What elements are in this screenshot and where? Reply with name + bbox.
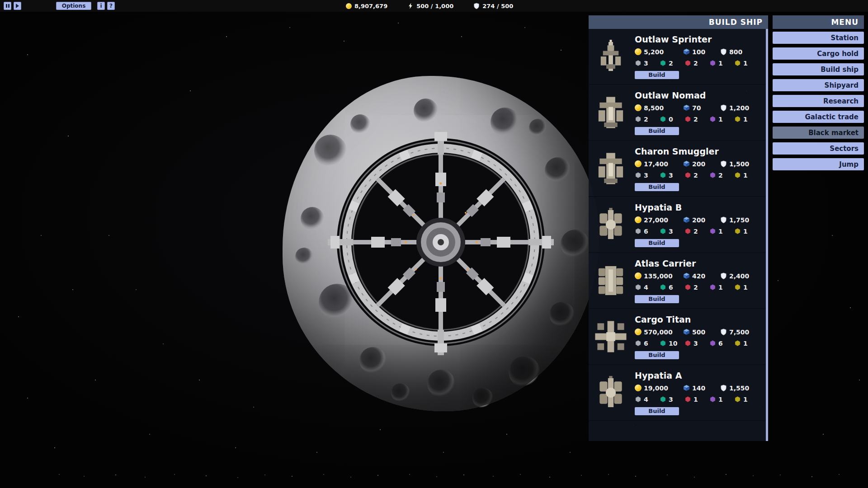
resource-yellow-value: 1 (743, 172, 748, 179)
resource-teal-icon (660, 340, 666, 347)
resource-gray: 2 (635, 116, 660, 123)
ship-info: Outlaw Sprinter 5,200 100 800 3 2 2 1 1 … (635, 34, 761, 79)
credits-display: 8,907,679 (346, 3, 387, 9)
goods-cost-value: 420 (692, 272, 705, 280)
menu-item-sectors[interactable]: Sectors (773, 142, 864, 155)
scrollbar-track[interactable] (766, 29, 768, 441)
resource-gray-icon (635, 116, 642, 122)
build-button[interactable]: Build (635, 239, 679, 247)
build-button[interactable]: Build (635, 351, 679, 359)
ship-image (594, 205, 627, 244)
credits-cost: 135,000 (635, 272, 683, 280)
space-station (328, 129, 554, 355)
resource-red-icon (684, 60, 691, 66)
credits-cost: 19,000 (635, 385, 683, 392)
resource-yellow-icon (734, 228, 741, 235)
pause-button[interactable] (4, 2, 11, 10)
scrollbar-thumb[interactable] (766, 29, 768, 441)
build-button[interactable]: Build (635, 127, 679, 135)
resource-gray: 3 (635, 60, 660, 67)
resource-red-icon (684, 172, 691, 178)
resource-purple: 6 (709, 340, 734, 347)
resource-red: 2 (684, 116, 709, 123)
build-button[interactable]: Build (635, 71, 679, 79)
menu-item-galactic-trade[interactable]: Galactic trade (773, 111, 864, 123)
hull-stat: 2,400 (720, 272, 749, 280)
ship-image (594, 373, 627, 413)
credits-cost: 570,000 (635, 328, 683, 336)
credits-icon (635, 48, 642, 55)
hull-shield-icon (720, 328, 727, 335)
ship-row: Atlas Carrier 135,000 420 2,400 4 6 2 1 … (589, 253, 768, 309)
options-button[interactable]: Options (56, 2, 91, 10)
crater (414, 99, 438, 123)
ship-info: Hypatia B 27,000 200 1,750 6 3 2 1 1 Bui… (635, 202, 761, 247)
menu-header: MENU (773, 15, 864, 29)
resource-teal-icon (660, 172, 666, 178)
build-button[interactable]: Build (635, 183, 679, 191)
ship-name: Charon Smuggler (635, 146, 761, 156)
play-icon (16, 4, 19, 8)
resource-gray: 3 (635, 172, 660, 179)
menu-item-jump[interactable]: Jump (773, 158, 864, 170)
crater (509, 356, 540, 388)
credits-cost-value: 19,000 (644, 385, 668, 392)
ship-resources: 4 3 1 1 1 (635, 396, 761, 403)
resource-purple-value: 1 (718, 284, 723, 291)
resource-purple-icon (709, 340, 716, 347)
build-button[interactable]: Build (635, 295, 679, 303)
resource-teal: 10 (660, 340, 684, 347)
ship-info: Cargo Titan 570,000 500 7,500 6 10 3 6 1… (635, 314, 761, 359)
resource-gray-icon (635, 172, 642, 178)
menu-item-build-ship[interactable]: Build ship (773, 63, 864, 75)
resource-teal-value: 6 (669, 284, 673, 291)
resource-purple-value: 1 (718, 396, 723, 403)
resource-red: 1 (684, 396, 709, 403)
menu-item-station[interactable]: Station (773, 32, 864, 44)
play-button[interactable] (14, 2, 21, 10)
resource-purple-value: 6 (718, 340, 723, 347)
menu-item-black-market[interactable]: Black market (773, 127, 864, 139)
credits-cost-value: 17,400 (644, 160, 668, 168)
resource-purple-icon (709, 228, 716, 235)
resource-purple: 2 (709, 172, 734, 179)
goods-cost-value: 200 (692, 160, 705, 168)
ship-row: Hypatia B 27,000 200 1,750 6 3 2 1 1 Bui… (589, 197, 768, 253)
resource-yellow-icon (734, 60, 741, 66)
goods-cost: 500 (683, 328, 720, 336)
ship-resources: 2 0 2 1 1 (635, 116, 761, 123)
ship-info: Atlas Carrier 135,000 420 2,400 4 6 2 1 … (635, 258, 761, 303)
resource-purple-value: 1 (718, 228, 723, 235)
crater (301, 207, 324, 230)
resource-yellow-value: 1 (743, 60, 748, 67)
resource-teal: 3 (660, 172, 684, 179)
ship-row: Outlaw Sprinter 5,200 100 800 3 2 2 1 1 … (589, 29, 768, 85)
energy-value: 500 / 1,000 (416, 3, 453, 9)
menu-item-cargo-hold[interactable]: Cargo hold (773, 47, 864, 60)
ship-image (594, 37, 627, 76)
resource-teal: 0 (660, 116, 684, 123)
credits-icon (346, 3, 352, 9)
resource-teal-icon (660, 284, 666, 291)
build-button[interactable]: Build (635, 407, 679, 415)
credits-cost-value: 8,500 (644, 104, 664, 112)
menu-item-research[interactable]: Research (773, 95, 864, 107)
ship-resources: 3 3 2 2 1 (635, 172, 761, 179)
resource-yellow-icon (734, 116, 741, 122)
hull-stat-value: 1,500 (729, 160, 749, 168)
resource-red: 2 (684, 172, 709, 179)
resource-teal-value: 0 (669, 116, 673, 123)
resource-yellow: 1 (734, 60, 759, 67)
info-button[interactable]: i (97, 2, 105, 10)
resource-red-value: 2 (693, 60, 698, 67)
help-button[interactable]: ? (107, 2, 115, 10)
hull-shield-icon (720, 48, 727, 55)
resource-yellow-value: 1 (743, 396, 748, 403)
menu-item-shipyard[interactable]: Shipyard (773, 79, 864, 91)
resource-purple-value: 1 (718, 60, 723, 67)
resource-red: 2 (684, 60, 709, 67)
resource-red: 2 (684, 228, 709, 235)
ship-resources: 4 6 2 1 1 (635, 284, 761, 291)
goods-icon (683, 385, 690, 391)
hull-stat-value: 2,400 (729, 272, 749, 280)
